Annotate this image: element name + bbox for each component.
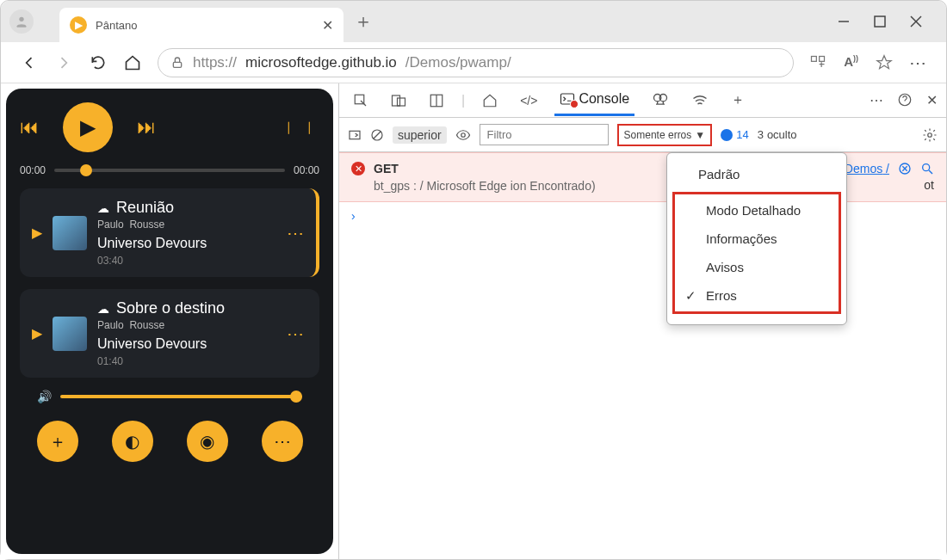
svg-point-23 — [923, 164, 930, 171]
error-root-label: ot — [924, 178, 934, 192]
menu-item-errors[interactable]: Erros — [675, 281, 839, 310]
refresh-button[interactable] — [89, 53, 108, 72]
track-play-icon[interactable]: ▶ — [32, 325, 42, 342]
live-expression-icon[interactable] — [455, 127, 471, 143]
theme-button[interactable]: ◐ — [112, 421, 153, 462]
url-host: microsoftedge.github.io — [245, 54, 397, 71]
forward-button[interactable] — [54, 53, 73, 72]
more-tabs-button[interactable]: ＋ — [726, 84, 750, 116]
device-toolbar-icon[interactable] — [386, 86, 412, 115]
hidden-count[interactable]: 3 oculto — [758, 128, 797, 141]
minimize-button[interactable] — [838, 15, 850, 28]
svg-point-0 — [19, 17, 23, 22]
volume-track[interactable] — [60, 395, 302, 398]
close-devtools-button[interactable]: ✕ — [926, 92, 938, 108]
prev-track-button[interactable]: ⏮ — [20, 116, 39, 138]
track-item[interactable]: ▶ ☁ Sobre o destino Paulo Rousse Univers… — [20, 289, 319, 378]
console-body: ✕ GET bt_gps : / Microsoft Edge ion Enco… — [339, 152, 946, 559]
error-snapshot-icon[interactable] — [898, 162, 912, 193]
browser-tab[interactable]: ▶ Pântano ✕ — [59, 8, 344, 42]
console-settings-icon[interactable] — [922, 127, 938, 143]
clear-console-icon[interactable] — [370, 128, 384, 142]
volume-control[interactable]: 🔊 — [20, 390, 319, 403]
context-selector[interactable]: superior — [393, 126, 447, 144]
dock-icon[interactable] — [424, 86, 449, 115]
track-title: Reunião — [116, 199, 174, 217]
menu-item-verbose[interactable]: Modo Detalhado — [675, 196, 839, 225]
tab-close-button[interactable]: ✕ — [322, 17, 333, 34]
console-error-row[interactable]: ✕ GET bt_gps : / Microsoft Edge ion Enco… — [339, 152, 946, 202]
svg-rect-10 — [398, 98, 405, 106]
next-track-button[interactable]: ⏭ — [137, 116, 156, 138]
svg-point-20 — [461, 132, 465, 137]
tab-favicon-play-icon: ▶ — [70, 16, 87, 34]
record-button[interactable]: ◉ — [187, 421, 228, 462]
svg-point-21 — [928, 132, 932, 137]
back-button[interactable] — [20, 53, 39, 72]
devtools-more-button[interactable]: ⋯ — [870, 92, 883, 108]
more-options-button[interactable]: ⋯ — [262, 421, 303, 462]
error-icon: ✕ — [351, 162, 365, 175]
volume-thumb[interactable] — [290, 391, 302, 403]
error-badge-icon — [570, 100, 579, 108]
home-button[interactable] — [123, 53, 142, 72]
track-album: Universo Devours — [97, 236, 276, 251]
elements-tab[interactable]: </> — [515, 87, 542, 114]
current-time: 00:00 — [20, 164, 46, 176]
address-bar[interactable]: https://microsoftedge.github.io/Demos/pw… — [158, 48, 794, 77]
browser-window: ▶ Pântano ✕ ＋ https://microsoftedge.gith… — [0, 0, 947, 560]
read-aloud-icon[interactable]: A)) — [844, 54, 858, 71]
console-toolbar: superior Somente erros ▼ 14 3 oculto — [339, 118, 946, 152]
track-more-button[interactable]: ⋯ — [287, 223, 304, 243]
menu-item-default[interactable]: Padrão — [667, 160, 846, 188]
url-scheme: https:// — [193, 54, 237, 71]
chevron-down-icon: ▼ — [695, 129, 705, 141]
play-button[interactable]: ▶ — [63, 102, 113, 152]
profile-button[interactable] — [9, 9, 34, 34]
console-prompt[interactable]: › — [339, 202, 946, 230]
svg-rect-7 — [820, 56, 825, 61]
album-art — [53, 317, 87, 351]
log-level-dropdown[interactable]: Somente erros ▼ — [617, 124, 713, 146]
console-icon — [560, 91, 575, 107]
inspect-icon[interactable] — [348, 86, 374, 115]
total-time: 00:00 — [294, 164, 319, 176]
track-title: Sobre o destino — [116, 299, 225, 317]
sources-tab[interactable] — [647, 85, 674, 116]
svg-rect-5 — [173, 62, 181, 67]
welcome-tab[interactable] — [477, 86, 503, 115]
seek-thumb[interactable] — [80, 164, 92, 176]
volume-icon: 🔊 — [37, 390, 52, 403]
favorites-icon[interactable] — [876, 54, 893, 71]
highlighted-section: Modo Detalhado Informações Avisos Erros — [672, 192, 841, 314]
track-more-button[interactable]: ⋯ — [287, 323, 304, 344]
more-menu-button[interactable]: ⋯ — [908, 53, 927, 72]
console-tab[interactable]: Console — [554, 84, 634, 116]
app-install-icon[interactable] — [809, 54, 826, 71]
svg-rect-9 — [393, 95, 400, 106]
url-path: /Demos/pwamp/ — [405, 54, 511, 71]
track-play-icon[interactable]: ▶ — [32, 225, 42, 241]
devtools-panel: | </> Console ＋ ⋯ ✕ — [338, 83, 946, 559]
track-duration: 03:40 — [97, 255, 276, 267]
issues-count[interactable]: 14 — [721, 128, 748, 141]
svg-line-19 — [374, 132, 381, 138]
toggle-sidebar-icon[interactable] — [348, 128, 362, 142]
close-window-button[interactable] — [910, 15, 922, 28]
track-item[interactable]: ▶ ☁ Reunião Paulo Rousse Universo Devour… — [20, 188, 319, 277]
help-icon[interactable] — [897, 92, 913, 108]
new-tab-button[interactable]: ＋ — [354, 9, 373, 34]
log-level-menu: Padrão Modo Detalhado Informações Avisos… — [666, 152, 847, 325]
menu-item-info[interactable]: Informações — [675, 225, 839, 253]
cloud-icon: ☁ — [97, 201, 109, 215]
add-button[interactable]: ＋ — [37, 421, 78, 462]
filter-input[interactable] — [480, 124, 609, 145]
timeline[interactable]: 00:00 00:00 — [20, 164, 319, 176]
visualizer-icon[interactable]: ⎹⎸⎹⎸ — [278, 120, 319, 135]
network-tab[interactable] — [686, 85, 714, 116]
address-bar-row: https://microsoftedge.github.io/Demos/pw… — [1, 42, 946, 83]
svg-line-24 — [929, 170, 932, 174]
seek-track[interactable] — [54, 169, 285, 172]
menu-item-warnings[interactable]: Avisos — [675, 253, 839, 281]
maximize-button[interactable] — [874, 15, 886, 28]
